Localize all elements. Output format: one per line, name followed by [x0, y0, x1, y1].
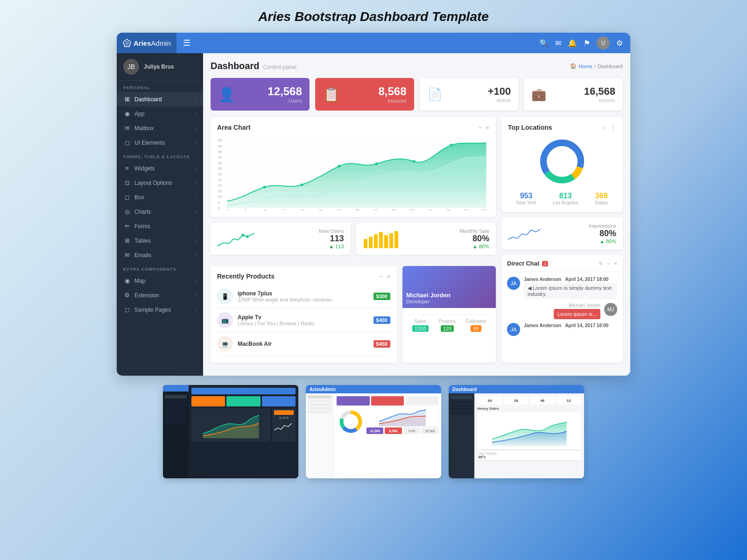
dallas-value: 369	[595, 192, 608, 200]
svg-text:30: 30	[218, 172, 222, 176]
chat-close-icon[interactable]: ×	[614, 260, 617, 267]
donut-chart	[508, 136, 616, 187]
content-header: Dashboard Control panel 🏠 Home › Dashboa…	[211, 61, 623, 71]
chat-edit-icon[interactable]: ✎	[599, 260, 603, 267]
page-subtitle: Control panel	[263, 64, 296, 70]
sidebar-username: Juliya Brus	[144, 63, 174, 70]
invoices-value: 8,568	[378, 85, 406, 98]
sidebar-item-mailbox[interactable]: ✉ Mailbox ›	[117, 121, 203, 135]
user-avatar[interactable]: U	[597, 36, 610, 49]
settings-icon[interactable]: ⚙	[616, 39, 623, 48]
sidebar-item-tables[interactable]: ⊞ Tables ›	[117, 233, 203, 248]
minimize-icon[interactable]: −	[479, 124, 482, 131]
flag-icon[interactable]: ⚑	[584, 39, 590, 48]
sidebar-label-forms: Forms	[134, 223, 150, 230]
sidebar-item-dashboard[interactable]: ⊞ Dashboard ›	[117, 92, 203, 106]
new-users-sparkline	[217, 230, 254, 248]
chevron-right-icon-f: ›	[195, 224, 197, 229]
more-icon[interactable]: ⋮	[610, 124, 616, 131]
sidebar-item-emails[interactable]: ✉ Emails ›	[117, 248, 203, 262]
sidebar-item-box[interactable]: ◻ Box ›	[117, 190, 203, 204]
brand-name: AriesAdmin	[134, 39, 171, 47]
svg-text:25: 25	[218, 178, 222, 182]
invoices-label: Invoices	[378, 98, 406, 104]
hamburger-icon[interactable]: ☰	[183, 38, 190, 48]
sidebar-label-app: App	[134, 111, 144, 117]
article-icon: 📄	[427, 87, 442, 102]
search-icon[interactable]: 🔍	[539, 39, 549, 48]
svg-text:15: 15	[218, 189, 222, 193]
chat-message-2: MJ Michael Jorden Lorem ipsum is...	[507, 303, 617, 319]
new-users-card: New Users 113 ▲ 113	[211, 223, 351, 255]
svg-point-50	[246, 235, 249, 238]
svg-point-29	[301, 183, 303, 186]
notification-icon[interactable]: 🔔	[568, 39, 577, 48]
map-icon: ◉	[123, 277, 131, 284]
sidebar-item-sample[interactable]: ◻ Sample Pages ›	[117, 302, 203, 317]
chevron-right-icon-e: ›	[195, 253, 197, 258]
users-label: Users	[268, 98, 302, 104]
users-value: 12,568	[268, 85, 302, 98]
sidebar-user: JB Juliya Brus	[117, 53, 203, 81]
sidebar-section-forms: FORMS, TABLE & LAYOUTS	[117, 150, 203, 161]
sidebar-item-map[interactable]: ◉ Map ›	[117, 273, 203, 288]
close-icon[interactable]: ×	[486, 124, 489, 131]
chevron-right-icon-t: ›	[195, 238, 197, 243]
svg-text:45: 45	[218, 155, 222, 160]
sidebar-item-charts[interactable]: ◎ Charts ›	[117, 204, 203, 219]
location-newyork: 953 New York	[516, 192, 536, 205]
impressions-label: Impressions	[589, 223, 616, 229]
chat-avatar-james: JA	[507, 277, 520, 290]
svg-rect-52	[369, 237, 373, 248]
chevron-right-icon-ui: ›	[195, 140, 197, 145]
svg-text:55: 55	[218, 144, 222, 148]
sidebar-item-extension[interactable]: ⚙ Extension ›	[117, 288, 203, 302]
svg-text:50: 50	[218, 150, 222, 154]
income-icon: 💼	[531, 87, 546, 102]
product-price-iphone: $300	[374, 293, 390, 300]
product-price-macbook: $450	[374, 340, 390, 348]
direct-chat-card: Direct Chat 1 ✎ − ×	[501, 255, 623, 363]
breadcrumb-home[interactable]: Home	[578, 63, 592, 69]
breadcrumb: 🏠 Home › Dashboard	[570, 63, 623, 69]
chat-title: Direct Chat	[507, 260, 539, 267]
chevron-right-icon-s: ›	[195, 308, 197, 312]
sidebar-item-layout[interactable]: ⊡ Layout Options ›	[117, 175, 203, 190]
sidebar-item-forms[interactable]: ✏ Forms ›	[117, 219, 203, 233]
svg-text:36: 36	[392, 208, 396, 210]
svg-text:40: 40	[218, 161, 222, 165]
income-label: Income	[584, 98, 615, 103]
sales-label: Sales	[412, 319, 428, 324]
svg-point-33	[450, 144, 453, 147]
svg-rect-55	[384, 235, 388, 248]
logo-icon	[122, 38, 132, 48]
invoices-icon: 📋	[323, 86, 340, 103]
sidebar-section-personal: PERSONAL	[117, 81, 203, 92]
page-heading: Dashboard	[211, 61, 259, 71]
new-users-value: 113	[319, 234, 344, 244]
mail-icon[interactable]: ✉	[555, 39, 561, 48]
refresh-icon[interactable]: ○	[603, 124, 606, 131]
home-icon: 🏠	[570, 63, 577, 69]
svg-point-32	[413, 160, 416, 163]
sidebar: JB Juliya Brus PERSONAL ⊞ Dashboard › ◉ …	[117, 53, 203, 376]
chevron-right-icon-app: ›	[195, 112, 197, 116]
layout-icon: ⊡	[123, 179, 131, 186]
svg-text:20: 20	[218, 183, 222, 188]
sidebar-item-widgets[interactable]: ≡ Widgets ›	[117, 161, 203, 175]
sidebar-label-charts: Charts	[134, 209, 151, 215]
chat-meta-2: Michael Jorden	[507, 303, 600, 308]
sidebar-item-app[interactable]: ◉ App ›	[117, 106, 203, 121]
svg-text:35: 35	[218, 167, 222, 171]
minimize-products-icon[interactable]: −	[380, 273, 383, 280]
tables-icon: ⊞	[123, 237, 131, 244]
close-products-icon[interactable]: ×	[387, 273, 390, 280]
stat-cards-row: 👤 12,568 Users 📋 8,568 Invoices 📄	[211, 78, 623, 111]
stat-card-users: 👤 12,568 Users	[211, 78, 310, 111]
sidebar-section-extra: EXTRA COMPONENTS	[117, 262, 203, 273]
chat-minimize-icon[interactable]: −	[607, 260, 610, 267]
top-locations-title: Top Locations	[508, 124, 552, 131]
product-item-iphone: 📱 iphone 7plus 12MP Wide-angle and telep…	[217, 285, 390, 308]
svg-text:0: 0	[226, 208, 229, 210]
sidebar-item-ui-elements[interactable]: ◻ UI Elements ›	[117, 135, 203, 150]
